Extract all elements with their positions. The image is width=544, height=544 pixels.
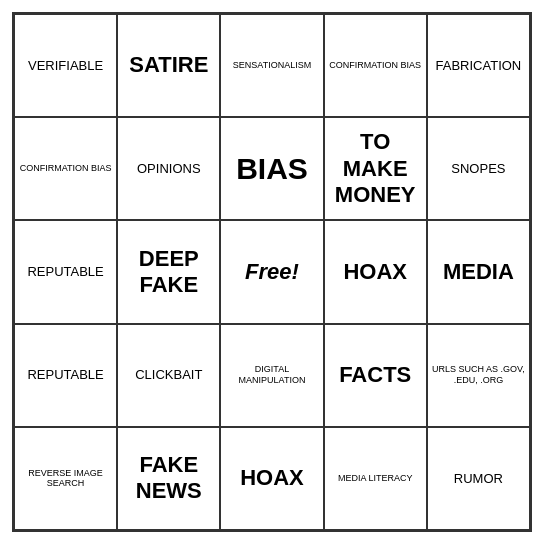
bingo-cell-15[interactable]: REPUTABLE bbox=[14, 324, 117, 427]
bingo-cell-5[interactable]: CONFIRMATION BIAS bbox=[14, 117, 117, 220]
bingo-cell-13[interactable]: HOAX bbox=[324, 220, 427, 323]
bingo-cell-22[interactable]: HOAX bbox=[220, 427, 323, 530]
bingo-cell-17[interactable]: DIGITAL MANIPULATION bbox=[220, 324, 323, 427]
bingo-cell-10[interactable]: REPUTABLE bbox=[14, 220, 117, 323]
bingo-cell-18[interactable]: FACTS bbox=[324, 324, 427, 427]
bingo-board: VERIFIABLESATIRESENSATIONALISMCONFIRMATI… bbox=[12, 12, 532, 532]
bingo-cell-21[interactable]: FAKE NEWS bbox=[117, 427, 220, 530]
bingo-cell-24[interactable]: RUMOR bbox=[427, 427, 530, 530]
bingo-cell-0[interactable]: VERIFIABLE bbox=[14, 14, 117, 117]
bingo-cell-7[interactable]: BIAS bbox=[220, 117, 323, 220]
bingo-cell-23[interactable]: MEDIA LITERACY bbox=[324, 427, 427, 530]
bingo-cell-8[interactable]: TO MAKE MONEY bbox=[324, 117, 427, 220]
bingo-cell-3[interactable]: CONFIRMATION BIAS bbox=[324, 14, 427, 117]
bingo-cell-1[interactable]: SATIRE bbox=[117, 14, 220, 117]
bingo-cell-4[interactable]: FABRICATION bbox=[427, 14, 530, 117]
bingo-cell-9[interactable]: SNOPES bbox=[427, 117, 530, 220]
bingo-cell-11[interactable]: DEEP FAKE bbox=[117, 220, 220, 323]
bingo-cell-19[interactable]: URLS SUCH AS .GOV, .EDU, .ORG bbox=[427, 324, 530, 427]
bingo-cell-16[interactable]: CLICKBAIT bbox=[117, 324, 220, 427]
bingo-cell-6[interactable]: OPINIONS bbox=[117, 117, 220, 220]
bingo-cell-2[interactable]: SENSATIONALISM bbox=[220, 14, 323, 117]
bingo-cell-12[interactable]: Free! bbox=[220, 220, 323, 323]
bingo-cell-20[interactable]: REVERSE IMAGE SEARCH bbox=[14, 427, 117, 530]
bingo-cell-14[interactable]: MEDIA bbox=[427, 220, 530, 323]
